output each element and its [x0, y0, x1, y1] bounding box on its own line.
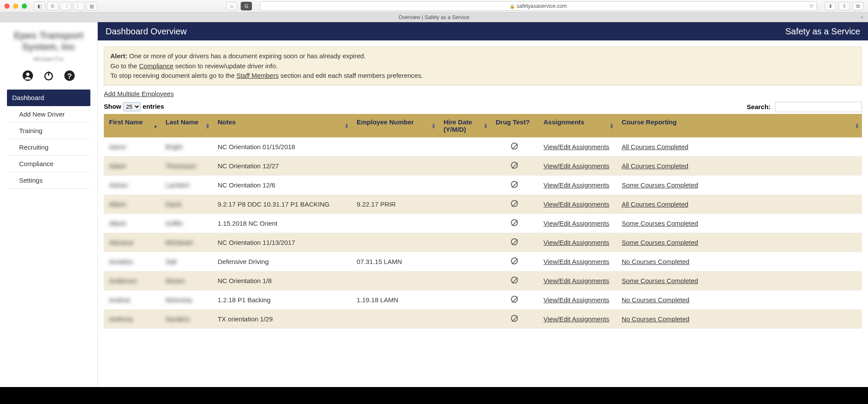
cell-course-reporting: Some Courses Completed	[616, 214, 862, 233]
reader-icon[interactable]: ⎘	[47, 2, 58, 10]
cell-drug-test	[490, 156, 538, 175]
nav-item-training[interactable]: Training	[7, 123, 90, 139]
downloads-icon[interactable]: ⬇	[825, 2, 836, 10]
col-drug-test[interactable]: Drug Test?	[490, 114, 538, 137]
cell-last-name: McDaniel	[160, 233, 212, 252]
cell-notes: 1.15.2018 NC Orient	[212, 214, 351, 233]
alert-banner: Alert: One or more of your drivers has a…	[104, 47, 862, 86]
address-bar[interactable]: 🔒 safetyasaservice.com ⟳	[260, 1, 817, 11]
staff-members-link[interactable]: Staff Members	[236, 72, 278, 79]
view-edit-assignments-link[interactable]: View/Edit Assignments	[543, 200, 609, 208]
course-status-link[interactable]: Some Courses Completed	[622, 181, 698, 189]
company-name: Epes Transport System, Inc	[3, 30, 94, 53]
course-status-link[interactable]: Some Courses Completed	[622, 220, 698, 227]
nav-item-recruiting[interactable]: Recruiting	[7, 139, 90, 156]
cell-course-reporting: Some Courses Completed	[616, 175, 862, 194]
cell-assignments: View/Edit Assignments	[538, 156, 616, 175]
add-multiple-employees-link[interactable]: Add Multiple Employees	[104, 90, 174, 97]
drivers-table: First Name▲ Last Name▲▼ Notes▲▼ Employee…	[104, 114, 862, 329]
course-status-link[interactable]: No Courses Completed	[622, 315, 689, 323]
col-assignments[interactable]: Assignments▲▼	[538, 114, 616, 137]
cell-hire-date	[438, 194, 490, 214]
minimize-window-button[interactable]	[13, 3, 18, 9]
tabs-icon[interactable]: ⧉	[852, 2, 864, 10]
cell-last-name: Mulroney	[160, 290, 212, 309]
cell-assignments: View/Edit Assignments	[538, 309, 616, 328]
search-input[interactable]	[775, 102, 862, 112]
nav-item-settings[interactable]: Settings	[7, 172, 90, 189]
cell-last-name: Moses	[160, 271, 212, 290]
cell-course-reporting: All Courses Completed	[616, 137, 862, 157]
share-icon[interactable]: ⇪	[838, 2, 850, 10]
col-first-name[interactable]: First Name▲	[104, 114, 160, 137]
view-edit-assignments-link[interactable]: View/Edit Assignments	[543, 143, 609, 150]
col-notes[interactable]: Notes▲▼	[212, 114, 351, 137]
cell-course-reporting: No Courses Completed	[616, 290, 862, 309]
view-edit-assignments-link[interactable]: View/Edit Assignments	[543, 258, 609, 265]
svg-point-1	[26, 73, 30, 76]
cell-first-name: Albert	[104, 214, 160, 233]
course-status-link[interactable]: No Courses Completed	[622, 296, 689, 304]
col-employee-number[interactable]: Employee Number▲▼	[351, 114, 438, 137]
home-icon[interactable]: ⌂	[226, 2, 237, 10]
course-status-link[interactable]: All Courses Completed	[622, 200, 688, 208]
new-tab-button[interactable]: +	[858, 13, 866, 22]
cell-course-reporting: Some Courses Completed	[616, 271, 862, 290]
col-course-reporting[interactable]: Course Reporting▲▼	[616, 114, 862, 137]
help-icon[interactable]: ?	[64, 70, 75, 81]
ban-icon	[511, 257, 518, 264]
course-status-link[interactable]: No Courses Completed	[622, 258, 689, 265]
url-text: safetyasaservice.com	[517, 3, 567, 9]
forward-button[interactable]: 〉	[73, 2, 84, 10]
view-edit-assignments-link[interactable]: View/Edit Assignments	[543, 315, 609, 323]
panel-toggle-icon[interactable]: ▥	[86, 2, 97, 10]
view-edit-assignments-link[interactable]: View/Edit Assignments	[543, 277, 609, 284]
nav-item-compliance[interactable]: Compliance	[7, 156, 90, 172]
cell-first-name: Albert	[104, 194, 160, 214]
compliance-link[interactable]: Compliance	[139, 62, 173, 70]
course-status-link[interactable]: All Courses Completed	[622, 143, 688, 150]
cell-notes: NC Orientation 12/27	[212, 156, 351, 175]
maximize-window-button[interactable]	[22, 3, 27, 9]
view-edit-assignments-link[interactable]: View/Edit Assignments	[543, 181, 609, 189]
cell-hire-date	[438, 252, 490, 271]
close-window-button[interactable]	[4, 3, 10, 9]
page-title: Dashboard Overview	[106, 27, 187, 37]
col-last-name[interactable]: Last Name▲▼	[160, 114, 212, 137]
view-edit-assignments-link[interactable]: View/Edit Assignments	[543, 162, 609, 170]
course-status-link[interactable]: Some Courses Completed	[622, 277, 698, 284]
view-edit-assignments-link[interactable]: View/Edit Assignments	[543, 296, 609, 304]
cell-hire-date	[438, 290, 490, 309]
reload-icon[interactable]: ⟳	[809, 3, 814, 9]
back-button[interactable]: 〈	[60, 2, 71, 10]
cell-assignments: View/Edit Assignments	[538, 271, 616, 290]
sidebar-toggle-icon[interactable]: ◧	[34, 2, 45, 10]
power-icon[interactable]	[43, 70, 54, 81]
tab-title[interactable]: Overview | Safety as a Service	[398, 14, 469, 20]
ban-icon	[511, 143, 518, 150]
nav-item-dashboard[interactable]: Dashboard	[7, 90, 90, 106]
course-status-link[interactable]: Some Courses Completed	[622, 239, 698, 246]
ban-icon	[511, 238, 518, 245]
account-icon[interactable]	[22, 70, 33, 81]
cell-employee-number	[351, 156, 438, 175]
brand-title: Safety as a Service	[785, 27, 860, 37]
cell-notes: NC Orientation 11/13/2017	[212, 233, 351, 252]
page-size-select[interactable]: 25	[123, 102, 141, 111]
cell-first-name: Amadou	[104, 252, 160, 271]
page-header: Dashboard Overview Safety as a Service	[98, 22, 868, 40]
cell-course-reporting: No Courses Completed	[616, 309, 862, 328]
view-edit-assignments-link[interactable]: View/Edit Assignments	[543, 220, 609, 227]
cell-drug-test	[490, 233, 538, 252]
extension-icon[interactable]: G	[241, 2, 252, 10]
view-edit-assignments-link[interactable]: View/Edit Assignments	[543, 239, 609, 246]
col-hire-date[interactable]: Hire Date (Y/M/D)▲▼	[438, 114, 490, 137]
cell-first-name: Alecisue	[104, 233, 160, 252]
cell-hire-date	[438, 156, 490, 175]
cell-last-name: Lambert	[160, 175, 212, 194]
nav-item-add-new-driver[interactable]: Add New Driver	[7, 106, 90, 123]
user-name: Michael Fox	[3, 56, 94, 62]
cell-notes: NC Orientation 12/6	[212, 175, 351, 194]
course-status-link[interactable]: All Courses Completed	[622, 162, 688, 170]
cell-hire-date	[438, 233, 490, 252]
